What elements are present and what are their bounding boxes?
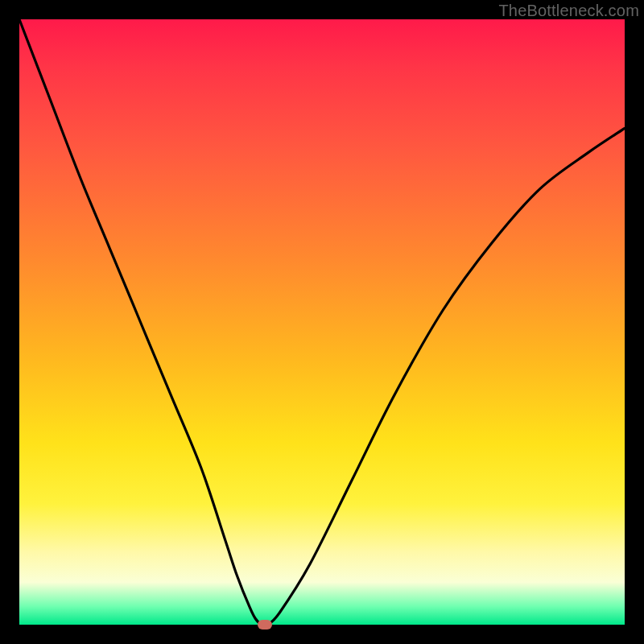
bottleneck-curve-svg bbox=[19, 19, 625, 625]
curve-minimum-marker bbox=[258, 620, 272, 630]
bottleneck-curve bbox=[19, 19, 625, 625]
plot-frame bbox=[19, 19, 625, 625]
watermark-text: TheBottleneck.com bbox=[498, 2, 639, 20]
